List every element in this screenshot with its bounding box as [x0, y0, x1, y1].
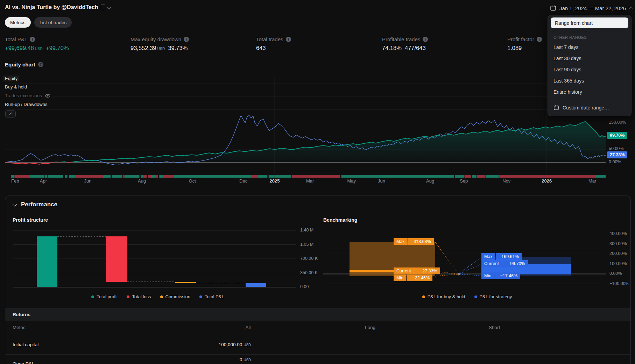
buy-hold-max-badge: Max 318.68% — [394, 238, 434, 245]
equity-final-badge: 99.70% — [607, 132, 627, 139]
legend-item-buy-hold[interactable]: Buy & hold — [5, 84, 29, 90]
equity-chart-title-text: Equity chart — [5, 62, 35, 67]
info-icon[interactable]: i — [184, 37, 189, 42]
metric-label: Profit factor — [507, 36, 534, 42]
menu-item-entire-history[interactable]: Entire history — [548, 86, 631, 98]
performance-header[interactable]: Performance — [14, 201, 57, 208]
badge-value: 27.33% — [414, 267, 440, 274]
info-icon[interactable]: i — [537, 37, 542, 42]
strategy-title-row[interactable]: AI vs. Ninja Turtle by @DaviddTech — [5, 4, 111, 10]
info-icon[interactable]: i — [286, 37, 291, 42]
metric-value: 1.089 — [507, 45, 522, 51]
tab-list-of-trades[interactable]: List of trades — [34, 17, 72, 28]
metric-unit: USD — [157, 47, 165, 51]
legend-item[interactable]: Total P&L — [199, 294, 224, 299]
menu-item-custom-date-range[interactable]: Custom date range… — [548, 102, 631, 114]
calendar-icon — [550, 5, 556, 11]
table-row[interactable]: Initial capital 100,000.00USD — [5, 336, 630, 354]
info-icon[interactable]: i — [423, 37, 428, 42]
x-axis-label: Apr — [34, 178, 53, 184]
strategy-tester-panel: AI vs. Ninja Turtle by @DaviddTech Jan 1… — [0, 0, 635, 364]
profit-structure-chart[interactable] — [13, 227, 303, 297]
x-axis-label: Jun — [372, 178, 391, 184]
x-axis-label: 2026 — [537, 178, 557, 184]
legend-label: P&L for buy & hold — [428, 294, 465, 299]
legend-item[interactable]: Commission — [160, 294, 191, 299]
chevron-up-icon — [629, 6, 634, 11]
menu-item-label: Range from chart — [555, 20, 593, 26]
performance-title: Performance — [21, 201, 57, 208]
badge-key: Current — [394, 267, 414, 274]
menu-item-last-7-days[interactable]: Last 7 days — [548, 42, 631, 53]
legend-item-runup-drawdowns[interactable]: Run-up / Drawdowns — [5, 101, 50, 107]
chevron-down-icon[interactable] — [106, 5, 111, 9]
x-axis-label: Dec — [234, 178, 253, 184]
legend-label: Total loss — [132, 294, 151, 299]
returns-column-header-row: Metric All Long Short — [5, 320, 630, 336]
legend-item-equity[interactable]: Equity — [5, 75, 22, 82]
col-short: Short — [456, 325, 533, 330]
table-row[interactable]: 0USD Open P&L — [5, 354, 630, 364]
legend-label: Commission — [165, 294, 191, 299]
legend-dot-icon — [199, 295, 202, 298]
x-axis-label: Nov — [497, 178, 516, 184]
metric-label: Total P&L — [5, 36, 27, 42]
collapse-chart-button[interactable] — [5, 110, 16, 117]
help-icon[interactable]: ? — [38, 62, 43, 67]
legend-item[interactable]: Total profit — [91, 294, 118, 299]
legend-dot-icon — [422, 295, 425, 298]
legend-item[interactable]: Total loss — [127, 294, 151, 299]
menu-item-label: Last 365 days — [553, 78, 584, 84]
tab-metrics[interactable]: Metrics — [5, 17, 31, 28]
x-axis-label: Jun — [78, 178, 98, 184]
legend-label: Total profit — [97, 294, 118, 299]
benchmarking-chart[interactable] — [323, 227, 630, 297]
menu-item-last-365-days[interactable]: Last 365 days — [548, 75, 631, 86]
x-axis-label: Oct — [183, 178, 202, 184]
equity-chart-canvas[interactable] — [0, 76, 635, 178]
y-axis-label: 1.40 M — [300, 228, 313, 233]
legend-dot-icon — [127, 295, 129, 298]
x-axis-label: Aug — [132, 178, 151, 184]
calendar-icon — [553, 105, 559, 110]
x-axis-label: Feb — [5, 178, 25, 184]
y-axis-label-0: 0.00% — [609, 159, 621, 164]
x-axis-label: 2025 — [265, 178, 284, 184]
y-axis-label: 1.05 M — [300, 242, 313, 247]
eye-off-icon[interactable] — [45, 93, 51, 98]
menu-item-range-from-chart[interactable]: Range from chart — [551, 17, 628, 28]
tab-metrics-label: Metrics — [10, 20, 26, 25]
metric-total-trades: Total tradesi 643 — [256, 36, 291, 51]
profit-structure-legend: Total profitTotal lossCommissionTotal P&… — [13, 294, 303, 299]
strategy-emoji-placeholder — [101, 5, 105, 10]
x-axis-label: Sep — [454, 178, 474, 184]
y-axis-label: 100.00% — [609, 261, 627, 266]
legend-label: Total P&L — [205, 294, 224, 299]
legend-item[interactable]: P&L for strategy — [474, 294, 512, 299]
metric-extra: 477/643 — [405, 45, 426, 51]
legend-label: Run-up / Drawdowns — [5, 102, 47, 107]
performance-card: Performance Profit structure Benchmarkin… — [5, 195, 631, 364]
y-axis-label: −100.00% — [609, 281, 629, 286]
menu-section-label: OTHER RANGES — [553, 35, 587, 40]
legend-dot-icon — [474, 295, 477, 298]
row-metric-label: Open P&L — [13, 361, 34, 364]
badge-value: 99.70% — [502, 260, 528, 267]
metric-total-pnl: Total P&Li +99,699.48 USD +99.70% — [5, 36, 69, 51]
buy-hold-current-badge: Current 27.33% — [394, 267, 440, 274]
info-icon[interactable]: i — [30, 37, 35, 42]
y-axis-label: 0.00 — [300, 284, 309, 289]
legend-item-trades-excursions[interactable]: Trades excursions — [5, 93, 53, 99]
strategy-max-badge: Max 169.61% — [481, 253, 522, 260]
menu-item-last-30-days[interactable]: Last 30 days — [548, 53, 631, 64]
y-axis-label: 300.00% — [609, 241, 627, 246]
x-axis-labels: FebAprJunAugOctDec2025MarMayJunAugSepNov… — [0, 178, 635, 187]
row-metric-label: Initial capital — [13, 342, 38, 347]
legend-item[interactable]: P&L for buy & hold — [422, 294, 465, 299]
date-range-control[interactable]: Jan 1, 2024 — Mar 22, 2026 — [550, 3, 632, 13]
x-axis-label: Aug — [421, 178, 440, 184]
menu-item-last-90-days[interactable]: Last 90 days — [548, 64, 631, 75]
y-axis-label: 0.00% — [609, 271, 622, 276]
menu-item-label: Last 90 days — [553, 67, 581, 72]
metric-value: 74.18% — [382, 45, 402, 51]
